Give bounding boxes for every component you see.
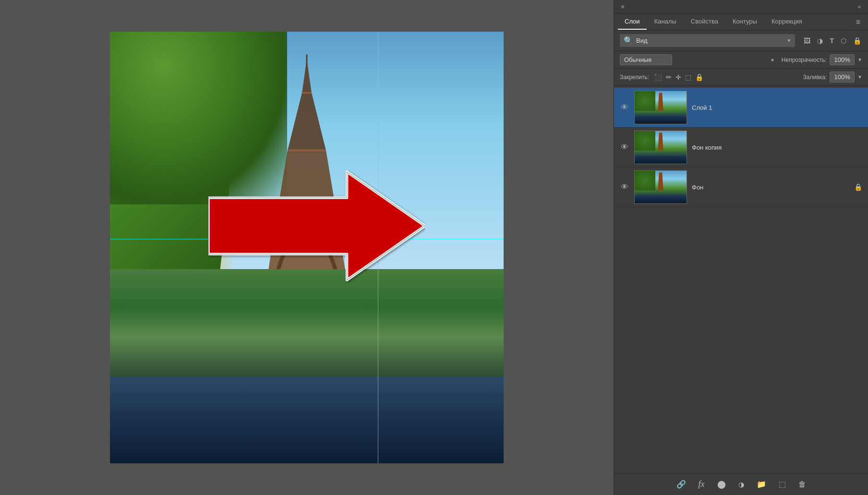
search-box[interactable]: 🔍 ▼: [620, 34, 795, 47]
layer-eye-fon[interactable]: 👁: [620, 183, 629, 191]
lock-move-icon[interactable]: ✛: [675, 73, 681, 81]
layer-thumb-fon: [634, 170, 687, 204]
panel-close-button[interactable]: ×: [619, 3, 627, 11]
layer-item-sloy1[interactable]: 👁 Слой 1: [614, 88, 868, 128]
lock-all-icon[interactable]: 🔒: [695, 73, 703, 81]
blend-dropdown-icon: ▼: [770, 57, 775, 62]
adjustment-button[interactable]: ◑: [735, 479, 747, 490]
canvas-wrapper: [110, 32, 504, 463]
lock-label: Закрепить:: [620, 74, 649, 81]
layer-thumb-sloy1: [634, 91, 687, 124]
thumb-tower-sloy1: [657, 93, 664, 110]
blend-mode-select[interactable]: Обычные Растворение Затемнение Умножение: [620, 54, 672, 65]
filter-icons: 🖼 ◑ T ⬡ 🔒: [803, 36, 862, 46]
layer-item-fon[interactable]: 👁 Фон 🔒: [614, 167, 868, 207]
tab-correction[interactable]: Коррекция: [765, 14, 809, 30]
filter-image-icon[interactable]: 🖼: [803, 36, 811, 46]
search-icon: 🔍: [624, 36, 633, 45]
tab-menu-button[interactable]: ≡: [852, 16, 864, 28]
layers-list: 👁 Слой 1 👁 Фон копия 👁: [614, 86, 868, 473]
layer-eye-fon-copy[interactable]: 👁: [620, 143, 629, 152]
layer-eye-sloy1[interactable]: 👁: [620, 103, 629, 112]
fill-value[interactable]: 100%: [830, 71, 855, 82]
layer-thumb-inner-fon-copy: [635, 131, 687, 164]
lock-artboard-icon[interactable]: ⬚: [685, 73, 691, 81]
opacity-dropdown-icon[interactable]: ▼: [857, 57, 862, 62]
layer-name-fon: Фон: [692, 184, 849, 191]
layer-item-fon-copy[interactable]: 👁 Фон копия: [614, 128, 868, 167]
fx-button[interactable]: fx: [696, 477, 708, 491]
tabs-bar: Слои Каналы Свойства Контуры Коррекция ≡: [614, 14, 868, 30]
filter-shape-icon[interactable]: ⬡: [840, 36, 847, 46]
tab-paths[interactable]: Контуры: [726, 14, 764, 30]
svg-marker-0: [288, 59, 326, 151]
thumb-tower-fon-copy: [657, 132, 664, 150]
layer-thumb-fon-copy: [634, 130, 687, 164]
filter-lock-icon[interactable]: 🔒: [852, 36, 862, 46]
layer-thumb-inner-sloy1: [635, 91, 687, 124]
layer-name-sloy1: Слой 1: [692, 104, 862, 111]
panel-collapse-button[interactable]: «: [856, 3, 863, 11]
layer-thumb-inner-fon: [635, 171, 687, 203]
svg-marker-9: [208, 172, 425, 280]
new-layer-button[interactable]: ⬚: [776, 478, 789, 491]
filter-row: 🔍 ▼ 🖼 ◑ T ⬡ 🔒: [614, 30, 868, 51]
opacity-group: Непрозрачность: 100% ▼: [782, 54, 862, 65]
thumb-tree-fon: [635, 171, 655, 190]
opacity-value[interactable]: 100%: [830, 54, 855, 65]
opacity-label: Непрозрачность:: [782, 57, 827, 63]
water-area: [110, 377, 504, 463]
blend-mode-wrapper: Обычные Растворение Затемнение Умножение…: [620, 54, 778, 65]
search-input[interactable]: [636, 37, 784, 44]
layer-lock-icon-fon: 🔒: [854, 183, 862, 191]
thumb-tree-fon-copy: [635, 131, 655, 151]
blend-row: Обычные Растворение Затемнение Умножение…: [614, 51, 868, 69]
lock-paint-icon[interactable]: ✏: [666, 73, 672, 81]
canvas-area: [0, 0, 614, 495]
bottom-toolbar: 🔗 fx ⬤ ◑ 📁 ⬚ 🗑: [614, 473, 868, 495]
lock-pixels-icon[interactable]: ⬛: [654, 73, 662, 81]
search-dropdown-icon[interactable]: ▼: [787, 38, 792, 43]
fill-dropdown-icon[interactable]: ▼: [857, 74, 862, 80]
add-mask-button[interactable]: ⬤: [714, 478, 729, 491]
delete-layer-button[interactable]: 🗑: [796, 478, 809, 491]
filter-circle-icon[interactable]: ◑: [816, 36, 824, 46]
lock-row: Закрепить: ⬛ ✏ ✛ ⬚ 🔒 Заливка: 100% ▼: [614, 69, 868, 86]
thumb-tree-sloy1: [635, 91, 655, 111]
fill-group: Заливка: 100% ▼: [803, 71, 862, 82]
red-arrow: [208, 161, 425, 291]
panel-top-bar: × «: [614, 0, 868, 14]
new-group-button[interactable]: 📁: [754, 478, 769, 491]
layers-panel: × « Слои Каналы Свойства Контуры Коррекц…: [614, 0, 868, 495]
tab-layers[interactable]: Слои: [618, 14, 647, 30]
fill-label: Заливка:: [803, 74, 827, 81]
layer-name-fon-copy: Фон копия: [692, 144, 862, 151]
thumb-tower-fon: [657, 172, 664, 190]
link-button[interactable]: 🔗: [674, 478, 689, 491]
eiffel-image: [110, 32, 504, 463]
tab-channels[interactable]: Каналы: [648, 14, 683, 30]
tab-properties[interactable]: Свойства: [684, 14, 725, 30]
filter-text-icon[interactable]: T: [829, 36, 835, 46]
lock-icons-group: ⬛ ✏ ✛ ⬚ 🔒: [654, 73, 703, 81]
